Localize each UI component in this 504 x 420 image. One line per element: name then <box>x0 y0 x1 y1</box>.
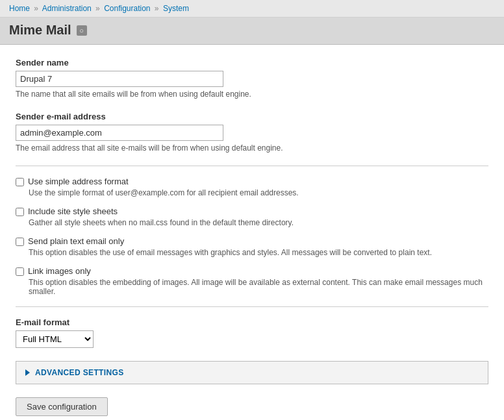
breadcrumb-sep-1: » <box>34 4 38 13</box>
breadcrumb-configuration[interactable]: Configuration <box>104 4 150 13</box>
page-header: Mime Mail ○ <box>0 18 504 45</box>
sender-name-description: The name that all site emails will be fr… <box>16 90 488 99</box>
advanced-settings-bar[interactable]: ADVANCED SETTINGS <box>16 361 488 384</box>
checkbox-site-style-input[interactable] <box>16 208 24 216</box>
divider-2 <box>16 306 488 307</box>
breadcrumb-sep-2: » <box>95 4 100 13</box>
email-format-group: E-mail format Full HTML Plain Text Filte… <box>16 317 488 348</box>
sender-email-input[interactable] <box>16 125 223 141</box>
checkbox-plain-text-input[interactable] <box>16 238 24 246</box>
checkbox-plain-text-label[interactable]: Send plain text email only <box>28 236 124 246</box>
email-format-label: E-mail format <box>16 317 488 327</box>
checkbox-site-style: Include site style sheets Gather all sty… <box>16 206 488 227</box>
checkbox-simple-address-label[interactable]: Use simple address format <box>28 177 129 186</box>
page-title: Mime Mail <box>9 23 71 38</box>
checkbox-site-style-desc: Gather all style sheets when no mail.css… <box>29 218 488 227</box>
checkbox-link-images-label[interactable]: Link images only <box>28 266 91 276</box>
checkbox-link-images-desc: This option disables the embedding of im… <box>29 278 488 296</box>
checkbox-simple-address: Use simple address format Use the simple… <box>16 177 488 197</box>
checkbox-simple-address-input[interactable] <box>16 178 24 186</box>
sender-email-group: Sender e-mail address The email address … <box>16 112 488 153</box>
breadcrumb-home[interactable]: Home <box>9 4 30 13</box>
checkbox-simple-address-desc: Use the simple format of user@example.co… <box>29 188 488 197</box>
help-icon[interactable]: ○ <box>77 25 87 36</box>
divider-1 <box>16 166 488 166</box>
breadcrumb-bar: Home » Administration » Configuration » … <box>0 0 504 18</box>
triangle-icon <box>25 369 30 376</box>
sender-email-label: Sender e-mail address <box>16 112 488 121</box>
checkbox-link-images: Link images only This option disables th… <box>16 266 488 296</box>
breadcrumb-sep-3: » <box>155 4 159 13</box>
sender-name-group: Sender name The name that all site email… <box>16 58 488 99</box>
checkbox-plain-text-desc: This option disables the use of email me… <box>29 248 488 257</box>
sender-name-label: Sender name <box>16 58 488 68</box>
save-configuration-button[interactable]: Save configuration <box>16 397 108 416</box>
sender-name-input[interactable] <box>16 71 223 87</box>
breadcrumb-system[interactable]: System <box>163 4 189 13</box>
checkbox-link-images-input[interactable] <box>16 267 24 276</box>
advanced-settings-toggle[interactable]: ADVANCED SETTINGS <box>25 368 479 377</box>
main-content: Sender name The name that all site email… <box>0 45 504 420</box>
checkbox-plain-text: Send plain text email only This option d… <box>16 236 488 257</box>
breadcrumb-administration[interactable]: Administration <box>42 4 92 13</box>
checkbox-site-style-label[interactable]: Include site style sheets <box>28 206 118 216</box>
sender-email-description: The email address that all site e-mails … <box>16 143 488 153</box>
email-format-select[interactable]: Full HTML Plain Text Filtered HTML <box>16 330 94 348</box>
advanced-settings-label: ADVANCED SETTINGS <box>35 368 124 377</box>
